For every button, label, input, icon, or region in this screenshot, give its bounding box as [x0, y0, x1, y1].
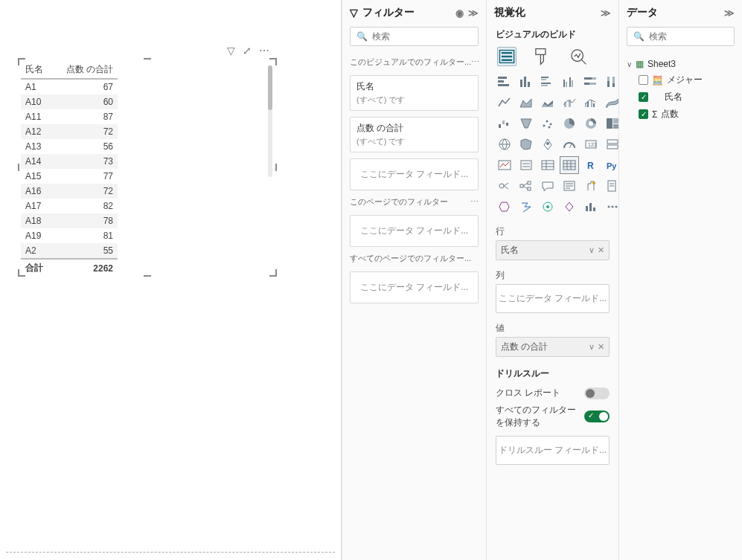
viz-card-icon[interactable]: 123 [582, 136, 600, 152]
drillthrough-well[interactable]: ドリルスルー フィールド... [496, 436, 610, 465]
rows-well[interactable]: 氏名 ∨✕ [496, 240, 610, 260]
viz-clustered-bar-icon[interactable] [539, 74, 557, 90]
checkbox[interactable] [639, 75, 648, 85]
checkbox[interactable]: ✓ [639, 92, 648, 102]
viz-shape-map-icon[interactable] [560, 199, 578, 215]
collapse-pane-icon[interactable]: ≫ [601, 7, 611, 19]
viz-pie-icon[interactable] [560, 115, 578, 132]
table-node[interactable]: ∨ ▦ Sheet3 [625, 57, 736, 71]
viz-power-apps-icon[interactable] [496, 199, 514, 215]
viz-waterfall-icon[interactable] [496, 115, 514, 132]
viz-sparkline-icon[interactable] [582, 199, 600, 215]
collapse-pane-icon[interactable]: ≫ [468, 7, 479, 19]
more-options-icon[interactable]: ⋯ [259, 45, 269, 57]
table-row[interactable]: A1672 [21, 184, 118, 199]
collapse-pane-icon[interactable]: ≫ [724, 7, 735, 19]
svg-rect-11 [524, 77, 526, 87]
visual-filter-dropzone[interactable]: ここにデータ フィールド... [350, 158, 479, 190]
keep-filters-toggle[interactable]: ✓ [584, 411, 610, 422]
viz-r-script-icon[interactable]: R [582, 157, 600, 173]
data-search[interactable]: 🔍 [627, 27, 735, 46]
viz-funnel-icon[interactable] [517, 115, 535, 132]
viz-stacked-bar-icon[interactable] [496, 74, 514, 90]
viz-decomposition-tree-icon[interactable] [517, 178, 535, 194]
table-row[interactable]: A1272 [21, 124, 118, 139]
viz-table-icon[interactable] [539, 157, 557, 173]
svg-line-6 [581, 59, 586, 65]
table-row[interactable]: A1187 [21, 109, 118, 124]
viz-line-stacked-column-icon[interactable] [560, 94, 578, 111]
report-canvas[interactable]: ▽ ⤢ ⋯ 氏名 点数 の合計 A167A1060A1187A1272A1356… [0, 0, 342, 560]
chevron-down-icon[interactable]: ∨ [589, 342, 595, 352]
viz-area-icon[interactable] [517, 94, 535, 111]
allpages-filter-dropzone[interactable]: ここにデータ フィールド... [350, 271, 479, 303]
pane-title: データ [627, 6, 658, 19]
table-header-row[interactable]: 氏名 点数 の合計 [21, 61, 118, 79]
cross-report-toggle[interactable] [584, 387, 610, 399]
viz-line-clustered-column-icon[interactable] [582, 94, 600, 111]
viz-azure-map-icon[interactable] [539, 136, 557, 152]
remove-field-icon[interactable]: ✕ [598, 245, 604, 255]
column-header[interactable]: 点数 の合計 [52, 61, 118, 79]
viz-slicer-icon[interactable] [517, 157, 535, 173]
columns-label: 列 [487, 265, 618, 284]
visualizations-pane: 視覚化 ≫ ビジュアルのビルド [486, 0, 618, 560]
viz-scatter-icon[interactable] [539, 115, 557, 132]
table-visual[interactable]: 氏名 点数 の合計 A167A1060A1187A1272A1356A1473A… [21, 61, 274, 274]
analytics-tab[interactable] [569, 47, 588, 66]
table-row[interactable]: A1577 [21, 169, 118, 184]
viz-matrix-icon[interactable] [560, 157, 578, 173]
viz-power-automate-icon[interactable] [517, 199, 535, 215]
checkbox[interactable]: ✓ [639, 109, 648, 119]
viz-arcgis-icon[interactable] [539, 199, 557, 215]
visual-tile[interactable]: ▽ ⤢ ⋯ 氏名 点数 の合計 A167A1060A1187A1272A1356… [21, 61, 274, 274]
chevron-down-icon[interactable]: ∨ [589, 245, 595, 255]
table-row[interactable]: A1356 [21, 139, 118, 154]
filter-icon[interactable]: ▽ [227, 45, 235, 57]
focus-mode-icon[interactable]: ⤢ [243, 45, 252, 57]
viz-stacked-area-icon[interactable] [539, 94, 557, 111]
column-header[interactable]: 氏名 [21, 61, 52, 79]
table-row[interactable]: A1060 [21, 94, 118, 109]
svg-point-50 [546, 142, 549, 145]
columns-well[interactable]: ここにデータ フィールド... [496, 284, 610, 313]
section-visual-filters[interactable]: このビジュアルでのフィルター...⋯ [342, 54, 486, 72]
values-well[interactable]: 点数 の合計 ∨✕ [496, 337, 610, 357]
format-tab[interactable] [533, 47, 552, 66]
viz-100-stacked-bar-icon[interactable] [582, 74, 600, 90]
viz-donut-icon[interactable] [582, 115, 600, 132]
table-row[interactable]: A1473 [21, 154, 118, 169]
search-input[interactable] [649, 31, 742, 42]
table-row[interactable]: A1981 [21, 228, 118, 243]
section-all-pages-filters[interactable]: すべてのページでのフィルター... [342, 250, 486, 268]
viz-gauge-icon[interactable] [560, 136, 578, 152]
total-label: 合計 [21, 259, 52, 274]
filters-search[interactable]: 🔍 [350, 27, 479, 46]
table-scrollbar[interactable] [268, 65, 272, 177]
search-input[interactable] [372, 31, 484, 42]
viz-qna-icon[interactable] [539, 178, 557, 194]
viz-smart-narrative-icon[interactable] [560, 178, 578, 194]
viz-kpi-icon[interactable] [496, 157, 514, 173]
viz-filled-map-icon[interactable] [517, 136, 535, 152]
filter-card-name[interactable]: 氏名 (すべて) です [350, 75, 479, 111]
build-tab[interactable] [497, 47, 516, 66]
section-page-filters[interactable]: このページでのフィルター⋯ [342, 193, 486, 212]
field-score[interactable]: ✓ Σ 点数 [625, 106, 736, 123]
table-row[interactable]: A1878 [21, 213, 118, 228]
viz-stacked-column-icon[interactable] [517, 74, 535, 90]
viz-map-icon[interactable] [496, 136, 514, 152]
measure-folder[interactable]: 🧮 メジャー [625, 71, 736, 88]
viz-key-influencers-icon[interactable] [496, 178, 514, 194]
viz-goals-icon[interactable] [582, 178, 600, 194]
eye-icon[interactable]: ◉ [455, 7, 464, 19]
remove-field-icon[interactable]: ✕ [598, 342, 604, 352]
table-row[interactable]: A255 [21, 243, 118, 259]
table-row[interactable]: A167 [21, 79, 118, 94]
page-filter-dropzone[interactable]: ここにデータ フィールド... [350, 215, 479, 247]
filter-card-score[interactable]: 点数 の合計 (すべて) です [350, 117, 479, 152]
viz-clustered-column-icon[interactable] [560, 74, 578, 90]
field-name[interactable]: ✓ 氏名 [625, 88, 736, 106]
table-row[interactable]: A1782 [21, 199, 118, 213]
viz-line-icon[interactable] [496, 94, 514, 111]
